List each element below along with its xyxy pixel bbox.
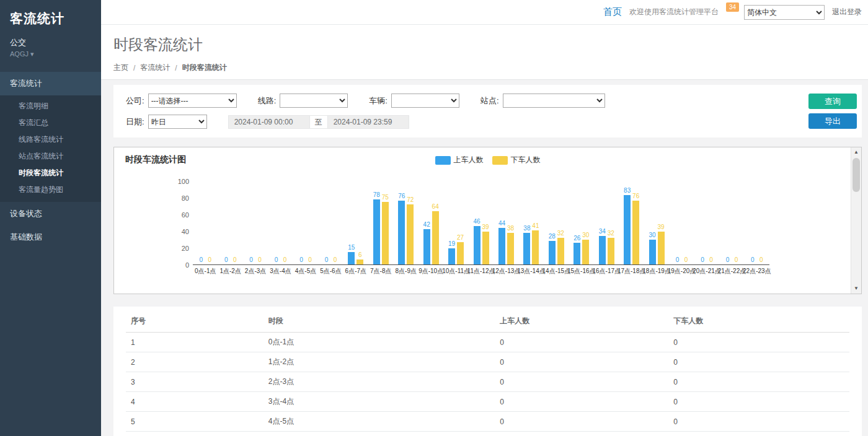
language-select[interactable]: 简体中文 [744, 5, 825, 20]
col-header-alighting: 下车人数 [668, 310, 849, 333]
bar-column: 0 [683, 181, 690, 264]
bar[interactable] [507, 233, 514, 264]
export-button[interactable]: 导出 [808, 113, 857, 129]
bar[interactable] [423, 229, 430, 264]
x-axis-label: 2点-3点 [243, 267, 268, 276]
sidebar-item-period-stats[interactable]: 时段客流统计 [0, 165, 101, 181]
x-axis-label: 5点-6点 [318, 267, 343, 276]
bar-column: 76 [632, 181, 640, 264]
breadcrumb-home[interactable]: 主页 [113, 63, 128, 73]
bar-value-label: 0 [760, 257, 763, 263]
bar[interactable] [348, 252, 355, 264]
logout-link[interactable]: 退出登录 [832, 7, 862, 17]
bar[interactable] [457, 242, 464, 264]
sidebar-item-trend-chart[interactable]: 客流量趋势图 [0, 181, 101, 198]
station-select[interactable] [503, 94, 605, 108]
bar[interactable] [632, 201, 639, 264]
table-header-row: 序号 时段 上车人数 下车人数 [126, 310, 849, 333]
bar-value-label: 30 [649, 232, 656, 238]
scroll-thumb[interactable] [852, 158, 860, 192]
bar[interactable] [398, 201, 405, 264]
company-label: 公司: [126, 95, 144, 107]
scrollbar[interactable]: ▲ ▼ [851, 147, 861, 294]
bar[interactable] [608, 238, 614, 264]
bar[interactable] [356, 259, 363, 264]
col-header-period: 时段 [264, 310, 495, 333]
bar-value-label: 0 [308, 257, 312, 263]
bar-column: 32 [557, 181, 564, 264]
vehicle-label: 车辆: [369, 95, 388, 107]
bar-column: 30 [582, 181, 590, 264]
chart-title: 时段车流统计图 [125, 154, 186, 165]
bar[interactable] [649, 240, 656, 265]
legend-item[interactable]: 上车人数 [435, 155, 484, 165]
bar-column: 39 [482, 181, 489, 264]
legend-swatch-icon [492, 156, 508, 165]
bar-value-label: 0 [735, 257, 738, 263]
bar[interactable] [549, 241, 556, 264]
notification-badge[interactable]: 34 [726, 2, 739, 12]
bar[interactable] [482, 232, 489, 264]
sidebar-item-passenger-detail[interactable]: 客流明细 [0, 98, 101, 115]
bar[interactable] [574, 243, 580, 264]
sidebar-item-line-stats[interactable]: 线路客流统计 [0, 131, 101, 148]
sidebar-item-station-stats[interactable]: 站点客流统计 [0, 148, 101, 165]
data-table-panel: 序号 时段 上车人数 下车人数 10点-1点0021点-2点0032点-3点00… [113, 307, 862, 436]
bar-value-label: 42 [423, 222, 430, 228]
vehicle-select[interactable] [391, 94, 459, 108]
bar-group: 7875 [368, 181, 393, 264]
bar[interactable] [557, 238, 564, 264]
bar[interactable] [498, 228, 505, 264]
bar[interactable] [448, 248, 455, 264]
date-to-input[interactable] [327, 115, 409, 129]
date-preset-select[interactable]: 昨日 [148, 115, 207, 129]
bar[interactable] [382, 202, 389, 264]
y-axis: 020406080100 [167, 181, 189, 265]
breadcrumb-passenger-stats[interactable]: 客流统计 [140, 63, 170, 73]
bar[interactable] [407, 204, 414, 264]
query-button[interactable]: 查询 [808, 94, 857, 109]
sidebar-item-base-data[interactable]: 基础数据 [0, 225, 101, 249]
data-table: 序号 时段 上车人数 下车人数 10点-1点0021点-2点0032点-3点00… [126, 310, 849, 436]
bar[interactable] [624, 195, 631, 264]
home-link[interactable]: 首页 [603, 6, 622, 18]
bar-group: 3841 [519, 181, 544, 264]
filter-row-2: 日期: 昨日 至 [126, 115, 794, 129]
sidebar-item-device-status[interactable]: 设备状态 [0, 202, 101, 225]
bar-value-label: 78 [373, 192, 380, 198]
bar-group: 00 [293, 181, 318, 264]
table-row: 32点-3点00 [126, 372, 849, 392]
sidebar-item-passenger-stats[interactable]: 客流统计 [0, 72, 101, 95]
bar-group: 00 [669, 181, 694, 264]
legend-item[interactable]: 下车人数 [492, 155, 541, 165]
bar[interactable] [532, 230, 539, 264]
bar-column: 0 [322, 181, 330, 264]
bar[interactable] [373, 199, 380, 264]
table-row: 43点-4点00 [126, 392, 849, 412]
line-select[interactable] [280, 94, 348, 108]
bar-column: 46 [473, 181, 480, 264]
bar[interactable] [523, 233, 530, 264]
bar[interactable] [432, 211, 439, 264]
bar-group: 156 [343, 181, 368, 264]
bar[interactable] [658, 232, 665, 264]
bar-column: 0 [331, 181, 339, 264]
sidebar-item-passenger-summary[interactable]: 客流汇总 [0, 115, 101, 131]
scroll-up-arrow[interactable]: ▲ [851, 147, 861, 157]
bar-group: 8376 [619, 181, 644, 264]
date-from-input[interactable] [228, 115, 310, 129]
bar-column: 0 [281, 181, 289, 264]
org-selector[interactable]: AQGJ ▾ [0, 48, 101, 67]
scroll-down-arrow[interactable]: ▼ [851, 284, 861, 294]
bar-value-label: 0 [233, 257, 237, 263]
company-select[interactable]: ---请选择--- [148, 94, 237, 108]
x-axis-label: 22点-23点 [745, 267, 769, 276]
org-code-label: AQGJ [10, 50, 29, 58]
bar-column: 19 [448, 181, 456, 264]
bar[interactable] [599, 236, 606, 264]
x-axis-label: 8点-9点 [394, 267, 418, 276]
bar[interactable] [582, 240, 589, 265]
bar[interactable] [474, 226, 480, 264]
bar-column: 0 [707, 181, 715, 264]
bar-column: 0 [247, 181, 255, 264]
